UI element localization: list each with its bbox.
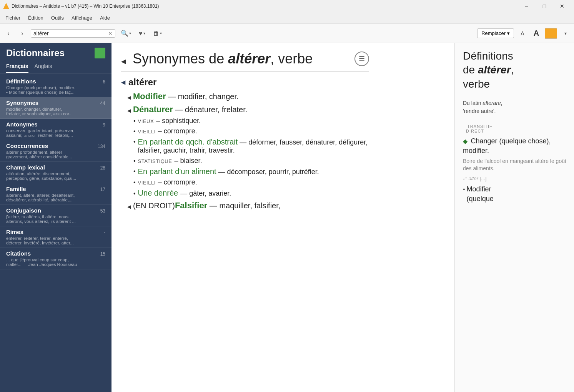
sidebar-item-citations-count: 15	[100, 251, 105, 257]
def-word: altérer	[478, 64, 511, 76]
trash-arrow: ▾	[160, 31, 162, 35]
sidebar-item-famille[interactable]: Famille 17 altérant, altéré, altérer, dé…	[0, 183, 111, 205]
sidebar-item-rimes-header: Rimes -	[6, 229, 105, 235]
menu-edition[interactable]: Édition	[24, 13, 47, 22]
tag-statistique: STATISTIQUE	[138, 158, 172, 164]
sidebar-item-champ-lexical[interactable]: Champ lexical 28 altération, altérée, di…	[0, 162, 111, 183]
context-aliment: En parlant d'un aliment	[138, 167, 216, 176]
sidebar-item-famille-count: 17	[100, 187, 105, 192]
sidebar-item-citations-header: Citations 15	[6, 250, 105, 257]
menu-aide[interactable]: Aide	[96, 13, 114, 22]
main-content: ◀ Synonymes de altérer, verbe ☰ ◀ altére…	[111, 43, 381, 224]
syn-link-falsifier[interactable]: Falsifier	[175, 201, 207, 211]
bullet-denree: •	[133, 190, 136, 197]
sub-entry-denree: • Une denrée — gâter, avarier.	[133, 189, 369, 198]
app-icon	[3, 3, 9, 9]
main-title-suffix: , verbe	[270, 51, 313, 66]
main-container: Dictionnaires Français Anglais Définitio…	[0, 43, 574, 392]
context-abstrait: En parlant de qqch. d'abstrait	[138, 138, 238, 146]
sidebar-item-definitions-count: 6	[103, 79, 105, 85]
sidebar-item-synonymes-header: Synonymes 44	[6, 100, 105, 106]
bullet-vieilli-2: •	[133, 179, 136, 186]
color-swatch[interactable]	[545, 28, 557, 39]
forward-button[interactable]: ›	[17, 28, 28, 39]
context-denree: Une denrée	[138, 189, 178, 198]
sidebar-item-citations-preview: ... que j'éprouvai coup sur coup,n'altér…	[6, 257, 105, 267]
trash-button[interactable]: 🗑 ▾	[151, 28, 164, 38]
dash-aliment: — décomposer, pourrir, putréfier.	[218, 168, 319, 176]
sidebar-item-definitions[interactable]: Définitions 6 Changer (quelque chose), m…	[0, 76, 111, 97]
toolbar: ‹ › ✕ 🔍 ▾ ♥ ▾ 🗑 ▾ Remplacer ▾ A A ▾	[0, 24, 574, 43]
sidebar-item-synonymes[interactable]: Synonymes 44 modifier, changer, dénature…	[0, 97, 111, 119]
sidebar-item-conjugaison-preview: j'altère, tu altères, il altère, nousalt…	[6, 214, 105, 224]
font-large-button[interactable]: A	[531, 28, 542, 39]
favorites-button[interactable]: ♥ ▾	[136, 28, 148, 38]
dict-icon	[95, 48, 105, 58]
sidebar-item-definitions-title: Définitions	[6, 78, 36, 85]
sidebar-header: Dictionnaires	[0, 43, 111, 61]
triangle-icon-alterer: ◀	[121, 79, 125, 85]
sidebar-item-synonymes-count: 44	[100, 101, 105, 106]
syn-prefix-falsifier: (EN DROIT)	[133, 201, 175, 210]
def-panel-title: Définitionsde altérer,verbe	[463, 49, 566, 91]
bullet-vieux: •	[133, 118, 136, 125]
search-clear-button[interactable]: ✕	[108, 30, 113, 37]
font-small-button[interactable]: A	[517, 28, 528, 39]
sidebar-title: Dictionnaires	[6, 48, 65, 58]
search-input[interactable]	[33, 30, 106, 37]
back-button[interactable]: ‹	[3, 28, 14, 39]
sidebar-item-antonymes-preview: conserver, garder intact, préserver,assa…	[6, 128, 105, 138]
search-options-button[interactable]: 🔍 ▾	[118, 28, 133, 38]
syn-link-modifier[interactable]: Modifier	[133, 91, 166, 101]
triangle-collapse-icon[interactable]: ◀	[121, 58, 126, 65]
menu-affichage[interactable]: Affichage	[68, 13, 96, 22]
menu-fichier[interactable]: Fichier	[2, 13, 24, 22]
sidebar-item-conjugaison-count: 53	[100, 208, 105, 214]
sidebar-item-antonymes[interactable]: Antonymes 9 conserver, garder intact, pr…	[0, 119, 111, 140]
search-box: ✕	[31, 29, 115, 38]
tag-vieux: VIEUX	[138, 118, 154, 124]
def-bullet-text-1: Modifier(quelque	[467, 184, 494, 204]
search-options-icon: 🔍	[121, 30, 128, 37]
sidebar-item-famille-title: Famille	[6, 186, 26, 192]
trash-icon: 🗑	[153, 30, 159, 37]
syn-link-denaturer[interactable]: Dénaturer	[133, 105, 173, 115]
dash-statistique: – biaiser.	[174, 157, 202, 165]
sidebar-item-cooccurrences-preview: altérer profondément, altérergravement, …	[6, 150, 105, 159]
lang-tab-anglais[interactable]: Anglais	[35, 61, 52, 73]
sidebar-item-citations-title: Citations	[6, 250, 31, 257]
bullet-vieilli-1: •	[133, 128, 136, 135]
sidebar-item-conjugaison[interactable]: Conjugaison 53 j'altère, tu altères, il …	[0, 205, 111, 226]
lang-tab-francais[interactable]: Français	[6, 61, 28, 73]
menubar: Fichier Édition Outils Affichage Aide	[0, 12, 574, 24]
tag-vieilli-1: VIEILLI	[138, 129, 156, 135]
sub-entry-vieilli-2: • VIEILLI – corrompre.	[133, 178, 369, 186]
replace-arrow: ▾	[507, 30, 510, 36]
sidebar-item-cooccurrences[interactable]: Cooccurrences 134 altérer profondément, …	[0, 140, 111, 162]
menu-outils[interactable]: Outils	[47, 13, 68, 22]
synonym-main-modifier: ◀ Modifier — modifier, changer.	[127, 91, 369, 101]
dash-denree: — gâter, avarier.	[180, 189, 231, 198]
color-arrow[interactable]: ▾	[560, 28, 571, 39]
dash-vieilli-2: – corrompre.	[158, 178, 197, 186]
bullet-aliment: •	[133, 168, 136, 175]
def-ref: ⇌ alter [...]	[463, 176, 566, 181]
minimize-button[interactable]: –	[518, 0, 536, 12]
def-entry-1: ◆ Changer (quelque chose), modifier. Boi…	[463, 136, 566, 173]
sidebar: Dictionnaires Français Anglais Définitio…	[0, 43, 111, 392]
maximize-button[interactable]: □	[536, 0, 553, 12]
main-header: ◀ Synonymes de altérer, verbe ☰	[121, 51, 369, 72]
main-panel: ◀ Synonymes de altérer, verbe ☰ ◀ altére…	[111, 43, 455, 392]
sidebar-item-conjugaison-header: Conjugaison 53	[6, 207, 105, 214]
titlebar-title: Dictionnaires – Antidote – v1 b7 (415) –…	[12, 3, 159, 9]
titlebar: Dictionnaires – Antidote – v1 b7 (415) –…	[0, 0, 574, 12]
sidebar-item-rimes[interactable]: Rimes - enterrer, réitérer, terrer, ente…	[0, 226, 111, 248]
replace-button[interactable]: Remplacer ▾	[477, 28, 514, 38]
triangle-falsifier: ◀	[127, 204, 131, 209]
sidebar-items: Définitions 6 Changer (quelque chose), m…	[0, 76, 111, 392]
filter-button[interactable]: ☰	[354, 51, 369, 66]
sidebar-item-citations[interactable]: Citations 15 ... que j'éprouvai coup sur…	[0, 248, 111, 269]
close-button[interactable]: ✕	[553, 0, 571, 12]
sidebar-item-famille-preview: altérant, altéré, altérer, désaltérant,d…	[6, 193, 105, 202]
sub-entry-abstrait: • En parlant de qqch. d'abstrait — défor…	[133, 138, 369, 154]
